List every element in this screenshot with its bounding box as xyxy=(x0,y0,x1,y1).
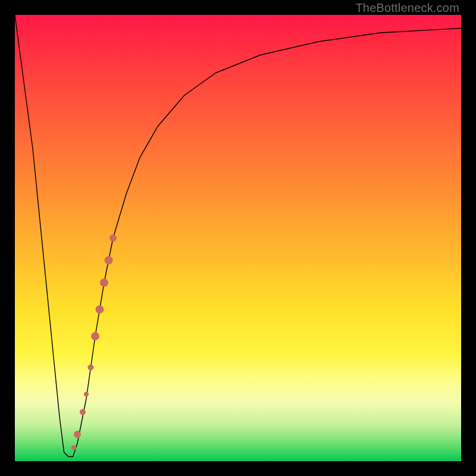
highlight-marker xyxy=(105,256,113,265)
highlight-marker xyxy=(109,234,117,242)
highlight-marker xyxy=(91,332,99,340)
highlight-marker xyxy=(100,278,108,287)
chart-frame: TheBottleneck.com xyxy=(0,0,476,476)
bottleneck-curve xyxy=(15,15,461,457)
highlight-marker xyxy=(96,305,104,314)
attribution-watermark: TheBottleneck.com xyxy=(355,1,459,15)
highlight-marker xyxy=(88,365,94,371)
chart-svg xyxy=(15,15,461,461)
highlight-marker xyxy=(80,409,86,415)
highlight-marker xyxy=(84,392,89,397)
highlight-marker xyxy=(71,446,76,450)
highlight-marker xyxy=(74,431,81,438)
plot-area xyxy=(15,15,461,461)
